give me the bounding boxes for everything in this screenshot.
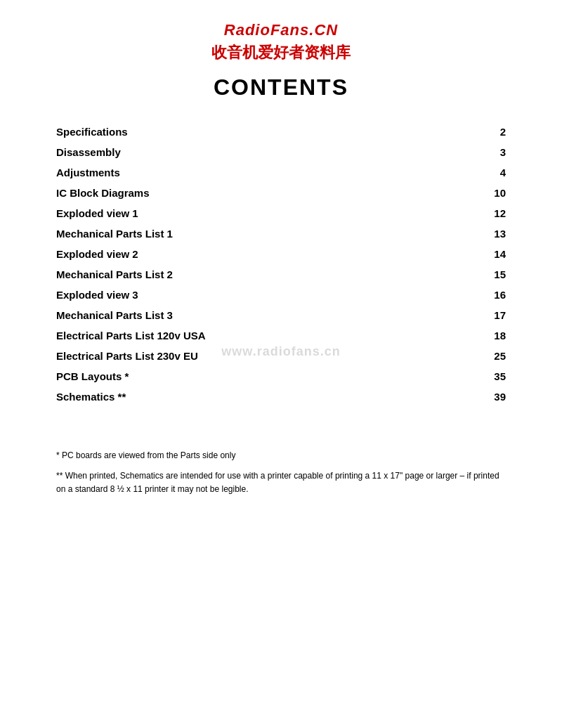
toc-item: Specifications 2 xyxy=(56,122,506,142)
toc-item: PCB Layouts * 35 xyxy=(56,366,506,386)
toc-label: Electrical Parts List 230v EU xyxy=(56,350,485,362)
page-container: RadioFans.CN 收音机爱好者资料库 CONTENTS www.radi… xyxy=(0,0,562,728)
toc-item: IC Block Diagrams 10 xyxy=(56,183,506,203)
toc-page: 16 xyxy=(485,289,506,301)
toc-label: Specifications xyxy=(56,126,485,138)
site-name-en: RadioFans.CN xyxy=(42,21,520,39)
toc-page: 17 xyxy=(485,309,506,321)
toc-item: Mechanical Parts List 2 15 xyxy=(56,264,506,285)
toc-item: Schematics ** 39 xyxy=(56,386,506,407)
toc-page: 13 xyxy=(485,228,506,240)
toc-label: IC Block Diagrams xyxy=(56,187,485,199)
toc-page: 25 xyxy=(485,350,506,362)
toc-page: 18 xyxy=(485,330,506,342)
toc-label: Schematics ** xyxy=(56,391,485,403)
toc-page: 14 xyxy=(485,248,506,260)
toc-page: 12 xyxy=(485,207,506,219)
toc-label: Mechanical Parts List 3 xyxy=(56,309,485,321)
toc-label: Exploded view 3 xyxy=(56,289,485,301)
toc-label: Mechanical Parts List 1 xyxy=(56,228,485,240)
toc-item: Exploded view 2 14 xyxy=(56,244,506,264)
toc-label: Exploded view 1 xyxy=(56,207,485,219)
toc-item: Exploded view 1 12 xyxy=(56,203,506,223)
toc-page: 3 xyxy=(485,146,506,158)
toc-item: Mechanical Parts List 1 13 xyxy=(56,223,506,244)
footnote-2: ** When printed, Schematics are intended… xyxy=(56,469,506,496)
footnotes-section: * PC boards are viewed from the Parts si… xyxy=(42,449,520,497)
page-title: CONTENTS xyxy=(42,74,520,100)
header-section: RadioFans.CN 收音机爱好者资料库 CONTENTS xyxy=(42,21,520,100)
toc-label: Exploded view 2 xyxy=(56,248,485,260)
toc-label: Adjustments xyxy=(56,167,485,178)
toc-page: 2 xyxy=(485,126,506,138)
toc-label: PCB Layouts * xyxy=(56,370,485,382)
toc-page: 39 xyxy=(485,391,506,403)
toc-item: Disassembly 3 xyxy=(56,142,506,162)
toc-label: Mechanical Parts List 2 xyxy=(56,268,485,280)
toc-item: Electrical Parts List 230v EU 25 xyxy=(56,346,506,366)
toc-section: Specifications 2 Disassembly 3 Adjustmen… xyxy=(42,122,520,407)
toc-item: Electrical Parts List 120v USA 18 xyxy=(56,325,506,346)
toc-page: 35 xyxy=(485,370,506,382)
toc-label: Disassembly xyxy=(56,146,485,158)
footnote-1: * PC boards are viewed from the Parts si… xyxy=(56,449,506,462)
toc-page: 10 xyxy=(485,187,506,199)
toc-item: Exploded view 3 16 xyxy=(56,285,506,305)
toc-page: 4 xyxy=(485,167,506,178)
toc-item: Adjustments 4 xyxy=(56,162,506,183)
toc-label: Electrical Parts List 120v USA xyxy=(56,330,485,342)
toc-item: Mechanical Parts List 3 17 xyxy=(56,305,506,325)
toc-page: 15 xyxy=(485,268,506,280)
site-name-zh: 收音机爱好者资料库 xyxy=(42,42,520,63)
